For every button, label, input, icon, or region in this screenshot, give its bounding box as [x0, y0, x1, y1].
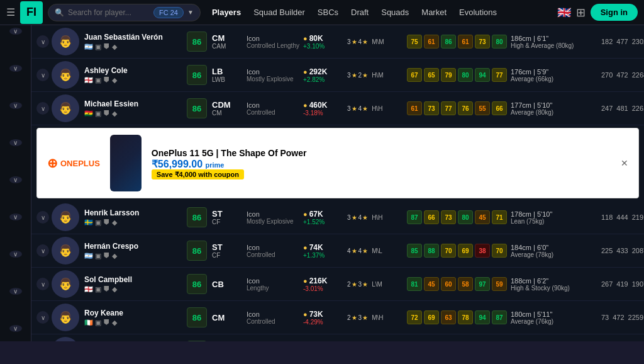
count-1: 73 [601, 314, 609, 321]
player-name: Roy Keane [84, 309, 182, 317]
body-block: 184cm | 6'0" Average (78kg) [511, 244, 599, 258]
nation-flag: 🇦🇷 [84, 43, 93, 51]
body-block: 177cm | 5'10" Average (80kg) [511, 101, 599, 116]
language-flag[interactable]: 🇬🇧 [557, 6, 571, 20]
nav-link-sbcs[interactable]: SBCs [318, 8, 338, 17]
stat-cell: 79 [441, 68, 456, 82]
nav-link-squad[interactable]: Squad Builder [253, 8, 305, 17]
sidebar-expand-8[interactable]: ∨ [9, 325, 22, 332]
sidebar-expand-4[interactable]: ∨ [9, 176, 22, 183]
ad-phone-image [110, 135, 142, 191]
table-row[interactable]: ∨ 👨 Henrik Larsson 🇸🇪 ▣ ⛊ ◆ 86 ST CF Ico… [31, 201, 644, 234]
hamburger-icon[interactable]: ☰ [6, 6, 15, 18]
stars-block: 2★ 3★ M\H [347, 314, 407, 321]
nav-link-players[interactable]: Players [212, 8, 241, 17]
stats-row: 814560589759 [407, 277, 507, 291]
play-style: Mostly Explosive [247, 218, 303, 225]
signin-button[interactable]: Sign in [591, 4, 638, 21]
player-avatar: 👨 [52, 61, 79, 89]
sidebar-expand-2[interactable]: ∨ [9, 102, 22, 109]
skill-count: 4 [358, 38, 362, 45]
table-row[interactable]: ∨ 👨 Hernán Crespo 🇦🇷 ▣ ⛊ ◆ 86 ST CF Icon… [31, 234, 644, 268]
sidebar-expand-7[interactable]: ∨ [9, 288, 22, 295]
sidebar-expand-0[interactable]: ∨ [9, 28, 22, 35]
stats-row: 858870693870 [407, 244, 507, 258]
price-block: ●80K +3.10% [303, 34, 347, 50]
stat-cell: 67 [407, 68, 422, 82]
table-row[interactable]: ∨ 👨 Gennaro Gattuso 🇮🇹 ▣ ⛊ ◆ 86 CDM CM I… [31, 334, 644, 341]
row-expand-button[interactable]: ∨ [36, 102, 49, 115]
table-row[interactable]: ∨ 👨 Sol Campbell 🏴󠁧󠁢󠁥󠁮󠁧󠁿 ▣ ⛊ ◆ 86 CB Ico… [31, 268, 644, 301]
search-bar[interactable]: 🔍 FC 24 ▼ [48, 4, 201, 21]
star-icon: ◆ [112, 319, 117, 327]
nav-link-draft[interactable]: Draft [351, 8, 369, 17]
stat-cell: 85 [407, 244, 422, 258]
ad-price: ₹56,999.00 prime [152, 158, 611, 170]
workrates: M\L [372, 247, 382, 254]
weak-foot-count: 2 [347, 281, 351, 288]
price-change: +3.10% [303, 43, 347, 50]
row-expand-button[interactable]: ∨ [36, 311, 49, 324]
ad-brand-logo: ⊕ ONEPLUS [47, 156, 100, 171]
type-block: Icon Controlled Lengthy [247, 35, 303, 49]
stat-cell: 77 [441, 101, 456, 115]
star-icon: ★ [352, 281, 357, 288]
stat-cell: 66 [424, 210, 439, 224]
ad-text: OnePlus 11 5G | The Shape Of Power ₹56,9… [152, 148, 611, 179]
counts-block: 270 472 2268 [601, 71, 644, 79]
card-type: Icon [247, 35, 303, 42]
grid-icon[interactable]: ⊞ [576, 6, 586, 20]
nav-link-squads[interactable]: Squads [381, 8, 409, 17]
table-row[interactable]: ∨ 👨 Michael Essien 🇬🇭 ▣ ⛊ ◆ 86 CDM CM Ic… [31, 92, 644, 125]
star-icon: ★ [352, 314, 357, 321]
nav-link-evolutions[interactable]: Evolutions [459, 8, 497, 17]
weak-foot-stars: 3★ [347, 214, 357, 221]
sidebar-expand-5[interactable]: ∨ [9, 213, 22, 220]
position-alt: CF [212, 219, 247, 225]
skill-moves-stars: 3★ [358, 314, 369, 321]
sidebar-expand-6[interactable]: ∨ [9, 251, 22, 258]
card-icon: ▣ [95, 219, 101, 227]
nav-link-market[interactable]: Market [421, 8, 447, 17]
weak-foot-count: 3 [347, 214, 351, 221]
body-type: Average (78kg) [511, 251, 599, 258]
star-icon: ★ [362, 72, 368, 79]
coin-icon: ● [303, 244, 308, 251]
price-value: ●292K [303, 67, 347, 76]
workrates: L\M [372, 281, 382, 288]
ad-brand-name: ONEPLUS [60, 159, 100, 168]
price-value: ●216K [303, 276, 347, 285]
type-block: Icon Controlled [247, 244, 303, 258]
position-block: CM [212, 313, 247, 322]
weak-foot-count: 4 [347, 247, 351, 254]
chevron-down-icon[interactable]: ▼ [187, 9, 194, 16]
player-flags: 🇮🇪 ▣ ⛊ ◆ [84, 319, 182, 327]
ad-close-button[interactable]: ✕ [621, 158, 628, 168]
row-expand-button[interactable]: ∨ [36, 69, 49, 81]
sidebar-expand-1[interactable]: ∨ [9, 65, 22, 72]
search-input[interactable] [68, 8, 150, 17]
star-icon: ★ [362, 281, 368, 288]
body-type: High & Average (80kg) [511, 42, 599, 49]
row-expand-button[interactable]: ∨ [36, 278, 49, 290]
sidebar-expand-3[interactable]: ∨ [9, 139, 22, 146]
player-avatar: 👨 [52, 28, 79, 55]
price-change: +2.82% [303, 76, 347, 83]
counts-block: 267 419 1907 [601, 280, 644, 288]
table-row[interactable]: ∨ 👨 Juan Sebastián Verón 🇦🇷 ▣ ⛊ ◆ 86 CM … [31, 25, 644, 59]
player-height: 176cm | 5'9" [511, 68, 599, 76]
count-3: 2268 [632, 71, 644, 79]
fc-badge[interactable]: FC 24 [153, 7, 184, 18]
table-row[interactable]: ∨ 👨 Roy Keane 🇮🇪 ▣ ⛊ ◆ 86 CM Icon Contro… [31, 301, 644, 334]
position-block: CM CAM [212, 33, 247, 50]
player-height: 184cm | 6'0" [511, 244, 599, 251]
row-expand-button[interactable]: ∨ [36, 35, 49, 48]
play-style: Controlled [247, 109, 303, 116]
star-icon: ★ [362, 247, 368, 254]
player-rating: 86 [187, 241, 207, 261]
row-expand-button[interactable]: ∨ [36, 211, 49, 224]
table-row[interactable]: ∨ 👨 Ashley Cole 🏴󠁧󠁢󠁥󠁮󠁧󠁿 ▣ ⛊ ◆ 86 LB LWB … [31, 59, 644, 92]
row-expand-button[interactable]: ∨ [36, 244, 49, 257]
player-flags: 🇦🇷 ▣ ⛊ ◆ [84, 43, 182, 51]
count-1: 267 [601, 280, 613, 288]
